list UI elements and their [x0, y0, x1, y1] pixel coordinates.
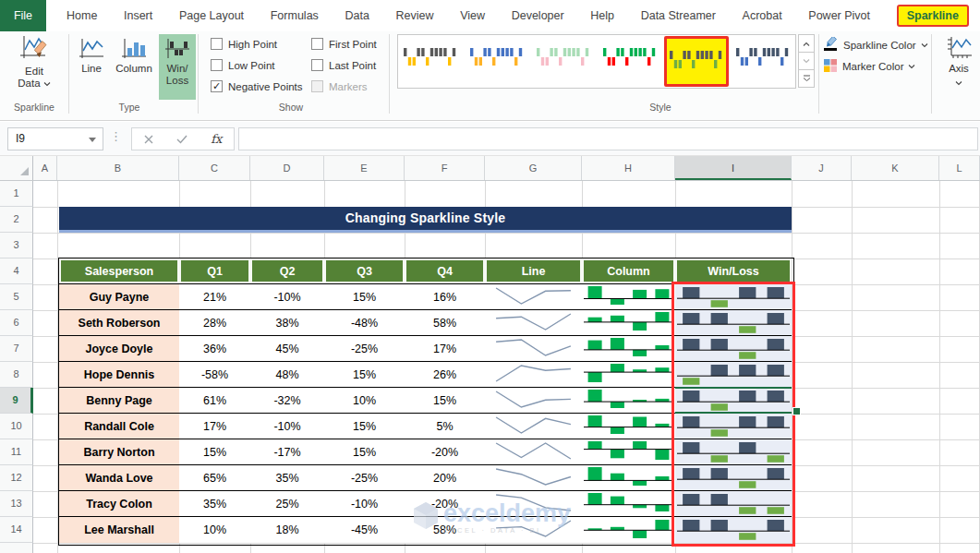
cell-F9[interactable]: 15%: [405, 388, 486, 414]
sparkline-line-G6[interactable]: [485, 310, 583, 336]
name-box[interactable]: I9: [7, 127, 103, 150]
row-header-6[interactable]: 6: [0, 310, 33, 336]
cell-C12[interactable]: 65%: [179, 465, 251, 491]
row-header-7[interactable]: 7: [0, 336, 33, 362]
sparkline-column-H13[interactable]: [582, 491, 676, 517]
cell-F12[interactable]: 20%: [405, 465, 486, 491]
cell-D9[interactable]: -32%: [250, 388, 325, 414]
cell-E6[interactable]: -48%: [324, 310, 405, 336]
cell-C5[interactable]: 21%: [179, 284, 251, 310]
cell-F14[interactable]: 58%: [405, 517, 486, 543]
tab-data[interactable]: Data: [345, 9, 369, 22]
cell-D12[interactable]: 35%: [250, 465, 325, 491]
column-header-K[interactable]: K: [852, 156, 939, 180]
checkbox-last-point[interactable]: Last Point: [311, 59, 376, 71]
formula-input[interactable]: [238, 127, 978, 150]
edit-data-button[interactable]: EditData: [6, 34, 63, 99]
column-header-B[interactable]: B: [57, 156, 179, 180]
column-header-J[interactable]: J: [792, 156, 852, 180]
fill-handle[interactable]: [792, 407, 801, 415]
cell-F6[interactable]: 58%: [405, 310, 486, 336]
tab-page-layout[interactable]: Page Layout: [179, 9, 244, 22]
cell-C14[interactable]: 10%: [179, 517, 251, 543]
cell-F13[interactable]: -20%: [405, 491, 486, 517]
sparkline-column-H10[interactable]: [582, 414, 676, 439]
column-header-L[interactable]: L: [939, 156, 980, 180]
cell-C7[interactable]: 36%: [179, 336, 251, 362]
tab-data-streamer[interactable]: Data Streamer: [641, 9, 716, 22]
sparkline-line-G5[interactable]: [485, 284, 583, 310]
cell-B6[interactable]: Seth Roberson: [59, 310, 180, 336]
fx-icon[interactable]: fx: [211, 132, 222, 146]
cell-E12[interactable]: -25%: [324, 465, 405, 491]
tab-insert[interactable]: Insert: [124, 9, 152, 22]
gallery-scroll-up-icon[interactable]: [798, 34, 815, 53]
cell-C10[interactable]: 17%: [179, 414, 251, 439]
checkbox-box-icon[interactable]: ✓: [211, 80, 223, 92]
cell-D13[interactable]: 25%: [250, 491, 325, 517]
sparkline-line-G9[interactable]: [485, 388, 583, 414]
cell-D5[interactable]: -10%: [250, 284, 325, 310]
table-header-q1[interactable]: Q1: [179, 258, 251, 284]
cell-B8[interactable]: Hope Dennis: [59, 362, 180, 388]
row-header-11[interactable]: 11: [0, 439, 33, 465]
column-header-H[interactable]: H: [582, 156, 675, 180]
cell-D6[interactable]: 38%: [250, 310, 325, 336]
axis-button[interactable]: Axis: [940, 35, 977, 96]
cell-E10[interactable]: 15%: [324, 414, 405, 439]
sparkline-column-H12[interactable]: [582, 465, 676, 491]
column-header-C[interactable]: C: [179, 156, 250, 180]
tab-view[interactable]: View: [460, 9, 485, 22]
checkbox-negative-points[interactable]: ✓Negative Points: [211, 80, 303, 92]
cell-D14[interactable]: 18%: [250, 517, 325, 543]
gallery-more-icon[interactable]: [798, 69, 815, 88]
sparkline-winloss-I14[interactable]: [675, 517, 792, 543]
table-header-win-loss[interactable]: Win/Loss: [675, 258, 792, 284]
tab-sparkline-active[interactable]: Sparkline: [897, 5, 969, 27]
tab-power-pivot[interactable]: Power Pivot: [808, 9, 870, 22]
cancel-icon[interactable]: [144, 131, 153, 148]
style-preset-lightgreen-pink[interactable]: [536, 45, 591, 68]
checkbox-first-point[interactable]: First Point: [311, 38, 377, 50]
style-preset-green-red[interactable]: [602, 45, 658, 68]
row-header-3[interactable]: 3: [0, 233, 33, 258]
style-preset-slate-blue[interactable]: [735, 45, 791, 68]
sparkline-winloss-I5[interactable]: [675, 284, 792, 310]
cell-C6[interactable]: 28%: [179, 310, 251, 336]
style-preset-gray-orange[interactable]: [403, 45, 458, 68]
table-header-column[interactable]: Column: [582, 258, 676, 284]
sparkline-line-G12[interactable]: [485, 465, 583, 491]
cell-B9[interactable]: Benny Page: [59, 388, 180, 414]
table-header-q3[interactable]: Q3: [324, 258, 405, 284]
sparkline-column-H5[interactable]: [582, 284, 676, 310]
table-header-q2[interactable]: Q2: [250, 258, 325, 284]
cell-E7[interactable]: -25%: [324, 336, 405, 362]
row-header-12[interactable]: 12: [0, 465, 33, 491]
cell-F8[interactable]: 26%: [405, 362, 486, 388]
sparkline-line-G10[interactable]: [485, 414, 583, 439]
column-header-F[interactable]: F: [405, 156, 485, 180]
cell-B14[interactable]: Lee Marshall: [59, 517, 180, 543]
cell-F10[interactable]: 5%: [405, 414, 486, 439]
sparkline-color-button[interactable]: Sparkline Color: [823, 37, 928, 54]
sparkline-line-G14[interactable]: [485, 517, 583, 543]
sparkline-winloss-I11[interactable]: [675, 439, 792, 465]
column-header-D[interactable]: D: [250, 156, 324, 180]
cell-D7[interactable]: 45%: [250, 336, 325, 362]
enter-icon[interactable]: [176, 131, 188, 148]
cell-E13[interactable]: -10%: [324, 491, 405, 517]
checkbox-box-icon[interactable]: [311, 38, 323, 50]
sparkline-winloss-I8[interactable]: [675, 362, 792, 388]
sparkline-column-H9[interactable]: [582, 388, 676, 414]
sparkline-winloss-I10[interactable]: [675, 414, 792, 439]
sparkline-line-G7[interactable]: [485, 336, 583, 362]
row-header-10[interactable]: 10: [0, 414, 33, 439]
sparkline-column-H6[interactable]: [582, 310, 676, 336]
tab-developer[interactable]: Developer: [512, 9, 564, 22]
column-header-A[interactable]: A: [33, 156, 57, 180]
tab-formulas[interactable]: Formulas: [271, 9, 319, 22]
table-header-line[interactable]: Line: [485, 258, 583, 284]
cell-B5[interactable]: Guy Payne: [59, 284, 180, 310]
row-header-8[interactable]: 8: [0, 362, 33, 388]
row-header-13[interactable]: 13: [0, 491, 33, 517]
